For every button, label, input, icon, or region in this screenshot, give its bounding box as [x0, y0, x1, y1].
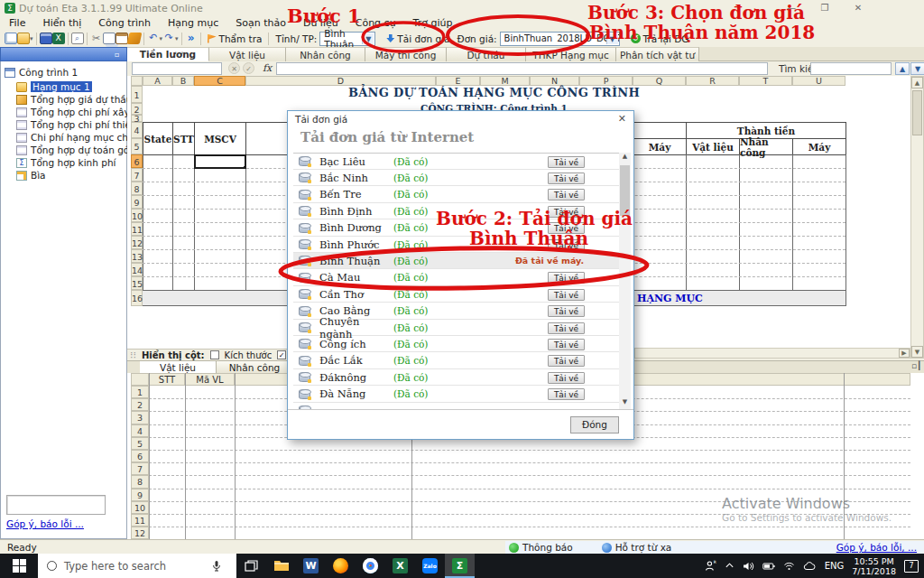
scroll-right-icon[interactable]: ▶ — [899, 349, 910, 358]
tab-thkp-hang-muc[interactable]: THKP Hạng mục — [526, 47, 616, 61]
formula-input[interactable] — [276, 62, 768, 75]
maximize-button[interactable]: ❐ — [815, 2, 835, 14]
column-header-c[interactable]: C — [194, 76, 245, 86]
combo-arrow-icon[interactable]: ▼ — [362, 33, 374, 44]
download-button[interactable]: Tải về — [548, 339, 585, 350]
province-combobox[interactable]: Bình Thuận▼ — [319, 32, 375, 46]
province-row-ca-mau[interactable]: Cà Mau(Đã có)Tải về — [293, 270, 620, 286]
lower-row-header-7[interactable]: 7 — [131, 462, 149, 475]
action-center-icon[interactable]: 7 — [904, 560, 919, 573]
taskbar-app-excel[interactable]: X — [385, 554, 415, 578]
resource-tab-vat-lieu[interactable]: Vật liệu — [140, 361, 217, 374]
download-unit-price-button[interactable]: Tải đơn giá — [383, 31, 453, 47]
tab-phan-tich-vat-tu[interactable]: Phân tích vật tư — [616, 47, 699, 61]
tab-nhan-cong[interactable]: Nhân công — [286, 47, 365, 61]
panel-pin-icon[interactable]: ▫┃ — [911, 361, 922, 370]
download-button[interactable]: Tải về — [548, 289, 585, 301]
people-icon[interactable]: R — [705, 560, 716, 572]
tree-item-tong-hop-gia-du-thau[interactable]: Tổng hợp giá dự thầu — [16, 93, 132, 106]
download-button[interactable]: Tải về — [548, 322, 585, 334]
tree-root[interactable]: Công trình 1 — [5, 66, 78, 79]
taskbar-app-zalo[interactable]: Zalo — [415, 554, 445, 578]
menu-item-tro-giup[interactable]: Trợ giúp — [413, 17, 453, 29]
download-button[interactable]: Tải về — [548, 355, 585, 367]
status-feedback-link[interactable]: Góp ý, báo lỗi, ... — [836, 542, 917, 553]
checkbox-on-gia[interactable]: ✓ — [277, 350, 286, 359]
scroll-thumb[interactable] — [912, 90, 922, 135]
lower-row-header-1[interactable]: 1 — [131, 386, 149, 398]
open-file-icon[interactable] — [17, 33, 30, 44]
cancel-icon[interactable]: ✕ — [228, 62, 240, 74]
row-header-15[interactable]: 15 — [131, 276, 143, 290]
taskbar-app-file-explorer[interactable] — [266, 554, 296, 578]
new-file-icon[interactable] — [5, 33, 17, 44]
row-header-9[interactable]: 9 — [131, 195, 143, 209]
cut-icon[interactable]: ✂ — [90, 33, 103, 44]
volume-icon[interactable] — [743, 561, 754, 572]
taskbar-app-chrome[interactable] — [356, 554, 385, 578]
download-button[interactable]: Tải về — [548, 372, 585, 384]
row-header-12[interactable]: 12 — [131, 236, 143, 249]
row-header-8[interactable]: 8 — [131, 182, 143, 195]
tab-du-thau[interactable]: Dự thầu — [447, 47, 526, 61]
tree-item-hang-muc-1[interactable]: Hạng mục 1 — [16, 80, 92, 93]
province-row-ben-tre[interactable]: Bến Tre(Đã có)Tải về — [293, 187, 620, 203]
redo-dropdown-icon[interactable]: ▾ — [175, 35, 179, 42]
tab-tien-luong[interactable]: Tiền lương — [127, 47, 209, 61]
taskbar-clock[interactable]: 10:55 PM7/11/2018 — [852, 556, 896, 576]
undo-icon[interactable]: ↶ — [147, 33, 160, 44]
column-header-r[interactable]: R — [686, 76, 739, 86]
sidebar-feedback-link[interactable]: Góp ý, báo lỗi ... — [6, 518, 84, 529]
download-button[interactable]: Tải về — [548, 189, 585, 200]
menu-item-hien-thi[interactable]: Hiển thị — [42, 17, 81, 29]
close-button[interactable]: ✕ — [848, 2, 868, 14]
row-header-3[interactable]: 3 — [131, 115, 143, 122]
pin-icon[interactable]: ▫ — [115, 51, 123, 59]
column-header-a[interactable]: A — [143, 76, 172, 86]
row-header-5[interactable]: 5 — [131, 138, 143, 154]
menu-item-file[interactable]: File — [9, 17, 25, 29]
sheet-corner[interactable] — [131, 76, 143, 86]
row-header-1[interactable]: 1 — [131, 86, 143, 103]
redo-icon[interactable]: ↷ — [162, 33, 175, 44]
selected-cell-c6[interactable] — [194, 154, 246, 169]
province-row-chuyen-nganh[interactable]: Chuyên ngành(Đã có)Tải về — [293, 320, 620, 336]
dialog-close-button[interactable]: Đóng — [570, 416, 619, 434]
column-header-u[interactable]: U — [792, 76, 845, 86]
menu-item-soan-thao[interactable]: Soạn thảo — [236, 17, 286, 29]
notifications-icon[interactable] — [509, 543, 519, 553]
dialog-scroll-down-icon[interactable]: ▼ — [619, 398, 631, 409]
row-header-16[interactable]: 16 — [131, 290, 143, 306]
menu-item-hang-muc[interactable]: Hạng mục — [168, 17, 218, 29]
lower-row-header-9[interactable]: 9 — [131, 489, 149, 501]
download-button[interactable]: Tải về — [548, 156, 585, 168]
dialog-scroll-up-icon[interactable]: ▲ — [619, 153, 631, 163]
taskbar-app-task-view[interactable] — [236, 554, 266, 578]
notifications-button[interactable]: Thông báo — [522, 542, 573, 553]
download-button[interactable]: Tải về — [548, 388, 585, 400]
lower-row-header-12[interactable]: 12 — [131, 527, 149, 539]
dialog-close-icon[interactable]: ✕ — [618, 113, 626, 125]
province-row-ac-lak[interactable]: Đắc Lắk(Đã có)Tải về — [293, 353, 620, 369]
province-row-a-nang[interactable]: Đà Nẵng(Đã có)Tải về — [293, 387, 620, 403]
dialog-scrollbar[interactable]: ▲ ▼ — [619, 153, 631, 409]
lower-row-header-6[interactable]: 6 — [131, 450, 149, 462]
row-header-14[interactable]: 14 — [131, 263, 143, 276]
lower-row-header-2[interactable]: 2 — [131, 398, 149, 411]
row-header-7[interactable]: 7 — [131, 168, 143, 182]
remote-support-button[interactable]: Hỗ trợ từ xa — [615, 542, 672, 553]
language-indicator[interactable]: ENG — [825, 561, 845, 571]
copy-icon[interactable] — [103, 33, 116, 44]
province-row-cong-ich[interactable]: Công ích(Đã có)Tải về — [293, 336, 620, 352]
run-icon[interactable]: » — [185, 33, 198, 44]
network-icon[interactable] — [783, 561, 795, 571]
format-brush-icon[interactable] — [126, 33, 142, 44]
lower-row-header-8[interactable]: 8 — [131, 475, 149, 488]
province-row-bac-ninh[interactable]: Bắc Ninh(Đã có)Tải về — [293, 170, 620, 186]
row-header-4[interactable]: 4 — [131, 122, 143, 138]
taskbar-app-word[interactable]: W — [296, 554, 326, 578]
save-icon[interactable] — [40, 33, 52, 44]
name-box[interactable] — [132, 62, 222, 75]
vertical-scrollbar[interactable]: ▲▼ — [910, 76, 924, 359]
row-header-10[interactable]: 10 — [131, 209, 143, 222]
